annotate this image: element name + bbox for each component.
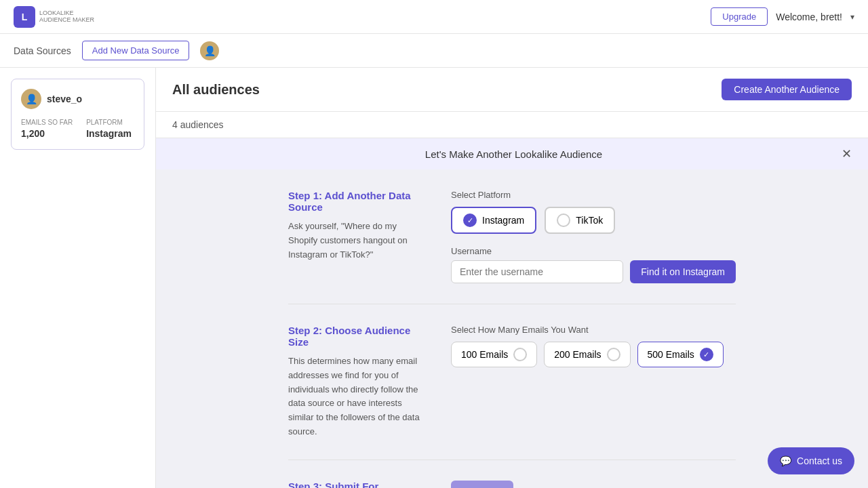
100-emails-check-icon <box>513 348 527 361</box>
nav-bar: Data Sources Add New Data Source 👤 <box>0 34 868 68</box>
find-on-instagram-button[interactable]: Find it on Instagram <box>630 260 736 283</box>
step-1-title: Step 1: Add Another Data Source <box>288 190 424 213</box>
sidebar: 👤 steve_o EMAILS SO FAR 1,200 PLATFORM I… <box>0 68 156 488</box>
modal-banner: Let's Make Another Lookalike Audience ✕ <box>156 138 868 169</box>
step-2-title: Step 2: Choose Audience Size <box>288 325 424 348</box>
500-emails-label: 500 Emails <box>648 349 694 360</box>
email-options: 100 Emails 200 Emails 500 Emails ✓ <box>451 342 736 367</box>
emails-value: 1,200 <box>21 128 45 139</box>
step-3-title: Step 3: Submit For Processing <box>288 481 424 488</box>
header-left: L LOOKALIKE AUDIENCE MAKER <box>14 6 94 28</box>
step-2-description: This determines how many email addresses… <box>288 354 424 439</box>
tiktok-label: TikTok <box>576 215 603 226</box>
sidebar-user: 👤 steve_o <box>21 89 134 109</box>
close-button[interactable]: ✕ <box>842 148 852 160</box>
platform-label: PLATFORM <box>86 119 132 126</box>
500-emails-check-icon: ✓ <box>700 348 713 361</box>
tiktok-option[interactable]: TikTok <box>545 207 615 234</box>
select-platform-label: Select Platform <box>451 190 736 200</box>
user-nav-icon[interactable]: 👤 <box>200 41 219 60</box>
contact-us-button[interactable]: 💬 Contact us <box>768 447 854 474</box>
contact-us-label: Contact us <box>797 455 842 466</box>
100-emails-option[interactable]: 100 Emails <box>451 342 537 367</box>
step-1-description: Ask yourself, "Where do my Shopify custo… <box>288 220 424 262</box>
step-2: Step 2: Choose Audience Size This determ… <box>288 325 736 460</box>
data-sources-nav-link[interactable]: Data Sources <box>14 45 71 56</box>
add-new-data-source-button[interactable]: Add New Data Source <box>82 41 190 60</box>
emails-so-far: EMAILS SO FAR 1,200 <box>21 119 73 140</box>
contact-us-icon: 💬 <box>780 455 791 466</box>
step-1-right: Select Platform ✓ Instagram TikTok Us <box>451 190 736 283</box>
logo-text: LOOKALIKE AUDIENCE MAKER <box>39 10 94 24</box>
welcome-text: Welcome, brett! <box>776 12 842 22</box>
header-right: Upgrade Welcome, brett! ▾ <box>711 7 854 26</box>
sidebar-meta: EMAILS SO FAR 1,200 PLATFORM Instagram <box>21 119 134 140</box>
platform-value: Instagram <box>86 128 132 139</box>
emails-label: EMAILS SO FAR <box>21 119 73 126</box>
100-emails-label: 100 Emails <box>461 349 508 360</box>
platform-info: PLATFORM Instagram <box>86 119 132 140</box>
content-area: All audiences Create Another Audience 4 … <box>156 68 868 488</box>
modal-overlay: Let's Make Another Lookalike Audience ✕ … <box>156 138 868 488</box>
instagram-check-icon: ✓ <box>463 214 477 227</box>
step-3: Step 3: Submit For Processing After you … <box>288 481 736 488</box>
create-another-audience-button[interactable]: Create Another Audience <box>722 79 852 100</box>
step-1: Step 1: Add Another Data Source Ask your… <box>288 190 736 304</box>
select-emails-label: Select How Many Emails You Want <box>451 325 736 335</box>
instagram-option[interactable]: ✓ Instagram <box>451 207 536 234</box>
upgrade-button[interactable]: Upgrade <box>711 7 768 26</box>
500-emails-option[interactable]: 500 Emails ✓ <box>637 342 724 367</box>
step-1-left: Step 1: Add Another Data Source Ask your… <box>288 190 424 283</box>
step-2-left: Step 2: Choose Audience Size This determ… <box>288 325 424 439</box>
username-row: Find it on Instagram <box>451 260 736 283</box>
sidebar-username: steve_o <box>47 94 82 104</box>
audiences-header: All audiences Create Another Audience <box>156 68 868 112</box>
instagram-label: Instagram <box>482 215 524 226</box>
audiences-count: 4 audiences <box>172 119 224 130</box>
200-emails-check-icon <box>607 348 620 361</box>
step-3-left: Step 3: Submit For Processing After you … <box>288 481 424 488</box>
200-emails-label: 200 Emails <box>554 349 601 360</box>
sidebar-card: 👤 steve_o EMAILS SO FAR 1,200 PLATFORM I… <box>11 79 144 150</box>
avatar: 👤 <box>21 89 41 109</box>
step-3-right: Submit <box>451 481 736 488</box>
steps-container: Step 1: Add Another Data Source Ask your… <box>275 190 749 488</box>
submit-button[interactable]: Submit <box>451 481 513 488</box>
main-content: 👤 steve_o EMAILS SO FAR 1,200 PLATFORM I… <box>0 68 868 488</box>
audiences-count-bar: 4 audiences <box>156 112 868 138</box>
200-emails-option[interactable]: 200 Emails <box>544 342 630 367</box>
chevron-down-icon[interactable]: ▾ <box>850 12 854 22</box>
username-label: Username <box>451 246 736 256</box>
modal-banner-text: Let's Make Another Lookalike Audience <box>186 148 842 160</box>
audiences-title: All audiences <box>172 82 260 98</box>
logo-icon: L <box>14 6 35 28</box>
logo-container: L LOOKALIKE AUDIENCE MAKER <box>14 6 94 28</box>
platform-options: ✓ Instagram TikTok <box>451 207 736 234</box>
step-2-right: Select How Many Emails You Want 100 Emai… <box>451 325 736 439</box>
tiktok-check-icon <box>557 214 570 227</box>
header: L LOOKALIKE AUDIENCE MAKER Upgrade Welco… <box>0 0 868 34</box>
username-input[interactable] <box>451 260 623 283</box>
